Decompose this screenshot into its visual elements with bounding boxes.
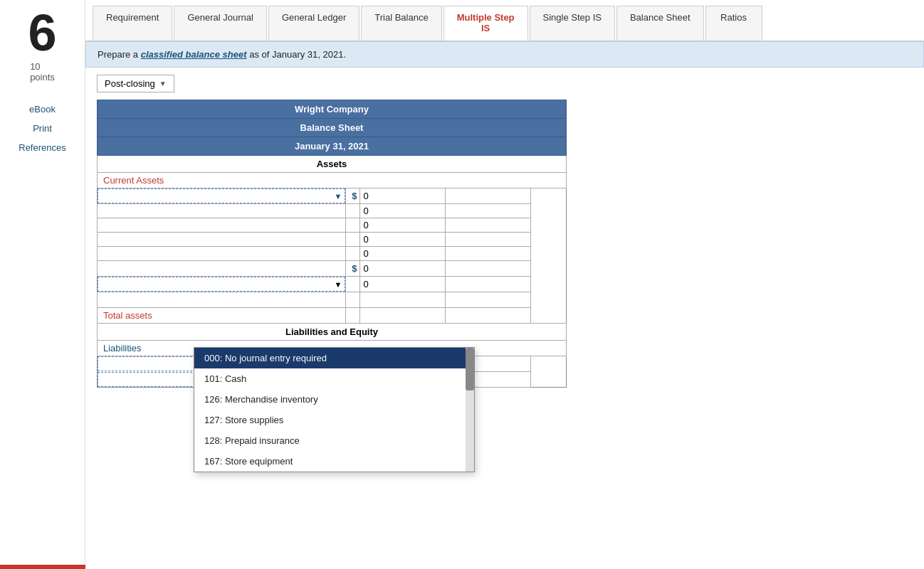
date-row: January 31, 2021 [98,137,567,156]
sheet-date: January 31, 2021 [98,137,567,156]
input-row-4 [98,233,567,247]
second-account-dropdown[interactable]: ▼ [98,277,345,292]
value-input-2[interactable] [363,206,442,216]
value-input-1[interactable] [363,191,442,201]
current-assets-row: Current Assets [98,173,567,188]
account-dropdown-cell[interactable]: ▼ [98,188,345,203]
value-cell-3[interactable] [360,218,446,233]
value-cell-5[interactable] [360,247,446,261]
value-input-4[interactable] [363,234,442,245]
dropdown-trigger-icon[interactable]: ▼ [335,192,342,201]
post-closing-dropdown[interactable]: Post-closing ▼ [97,75,174,92]
tab-general-ledger[interactable]: General Ledger [268,6,359,41]
blank-right [446,292,531,308]
dollar-subtotal: $ [346,261,360,277]
input-row-sub2: ▼ [98,277,567,292]
main-content: Requirement General Journal General Ledg… [85,0,924,569]
print-link[interactable]: Print [33,123,52,134]
account-dropdown-overlay: 000: No journal entry required 101: Cash… [194,347,475,472]
tab-bar: Requirement General Journal General Ledg… [85,0,924,41]
value-input-5[interactable] [363,248,442,259]
balance-sheet-container: Wright Company Balance Sheet January 31,… [85,100,924,388]
chevron-down-icon: ▼ [159,80,167,87]
assets-header-row: Assets [98,156,567,173]
tab-balance-sheet[interactable]: Balance Sheet [616,6,704,41]
input-row-1: ▼ $ [98,188,567,204]
right-cell-2 [446,204,531,218]
instruction-link[interactable]: classified balance sheet [141,49,247,60]
value-input-3[interactable] [363,220,442,230]
label-cell-5 [98,247,346,261]
company-header-row: Wright Company [98,100,567,119]
dropdown-item-101[interactable]: 101: Cash [194,368,474,389]
scrollbar-thumb[interactable] [466,348,474,390]
dollar-4 [346,233,360,247]
current-assets-label: Current Assets [98,173,567,188]
liabilities-equity-header-row: Liabilities and Equity [98,324,567,341]
dropdown-item-128[interactable]: 128: Prepaid insurance [194,430,474,451]
dollar-3 [346,218,360,233]
subtotal-label [98,261,346,277]
input-row-2 [98,204,567,218]
blank-row [98,292,567,308]
tab-general-journal[interactable]: General Journal [174,6,267,41]
dropdown-bar: Post-closing ▼ [85,68,924,100]
sheet-title: Balance Sheet [98,119,567,137]
label-cell-3 [98,218,346,233]
ebook-link[interactable]: eBook [29,104,56,115]
total-dollar [346,308,360,324]
dropdown-item-000[interactable]: 000: No journal entry required [194,348,474,368]
value-cell-2[interactable] [360,204,446,218]
dropdown-item-127[interactable]: 127: Store supplies [194,410,474,430]
total-value [360,308,446,324]
right-cell-3 [446,218,531,233]
problem-number: 6 [28,7,56,58]
subtotal-input[interactable] [363,263,442,274]
dropdown-item-167[interactable]: 167: Store equipment [194,451,474,472]
company-name: Wright Company [98,100,567,119]
input-row-5 [98,247,567,261]
label-cell-2 [98,204,346,218]
assets-label: Assets [98,156,567,173]
value-cell-1[interactable] [360,188,446,204]
bottom-bar [0,565,85,569]
right-cell-1 [446,188,531,204]
tab-multiple-step-is[interactable]: Multiple StepIS [443,6,528,41]
value-sub2-cell[interactable] [360,277,446,292]
subtotal-value-cell[interactable] [360,261,446,277]
tab-trial-balance[interactable]: Trial Balance [361,6,441,41]
points-label: 10 points [30,61,55,83]
right-sub2 [446,277,531,292]
sidebar: 6 10 points eBook Print References [0,0,85,569]
right-cell-5 [446,247,531,261]
balance-sheet-table: Wright Company Balance Sheet January 31,… [97,100,567,388]
dropdown-trigger-icon-2[interactable]: ▼ [335,280,342,289]
label-cell-4 [98,233,346,247]
title-row: Balance Sheet [98,119,567,137]
blank-label [98,292,346,308]
dropdown-item-126[interactable]: 126: Merchandise inventory [194,389,474,410]
instruction-bar: Prepare a classified balance sheet as of… [85,41,924,68]
tab-ratios[interactable]: Ratios [705,6,762,41]
total-assets-label: Total assets [98,308,346,324]
tab-single-step-is[interactable]: Single Step IS [530,6,615,41]
value-sub2-input[interactable] [363,279,442,289]
dollar-5 [346,247,360,261]
input-row-3 [98,218,567,233]
subtotal-row: $ [98,261,567,277]
scrollbar-track [466,348,474,472]
liabilities-equity-label: Liabilities and Equity [98,324,567,341]
blank-dollar [346,292,360,308]
right-subtotal [446,261,531,277]
total-assets-row: Total assets [98,308,567,324]
tab-requirement[interactable]: Requirement [93,6,172,41]
dollar-2 [346,204,360,218]
dollar-sub2 [346,277,360,292]
right-cell-4 [446,233,531,247]
value-cell-4[interactable] [360,233,446,247]
dollar-sign-1: $ [346,188,360,204]
total-assets-input[interactable] [448,310,527,321]
references-link[interactable]: References [19,142,65,153]
total-right[interactable] [446,308,531,324]
blank-val [360,292,446,308]
